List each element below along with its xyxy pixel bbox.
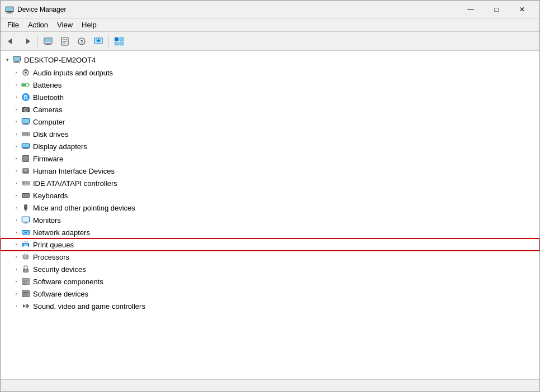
menu-action[interactable]: Action [23, 20, 53, 30]
item-label: Cameras [33, 106, 63, 114]
svg-rect-9 [45, 44, 51, 45]
tree-item[interactable]: › Print queues [1, 238, 539, 251]
menu-file[interactable]: File [3, 20, 23, 30]
svg-marker-115 [23, 304, 26, 308]
tree-item[interactable]: › Cameras [1, 103, 539, 116]
svg-rect-70 [28, 194, 29, 195]
item-expander[interactable]: › [12, 302, 21, 310]
item-expander[interactable]: › [12, 93, 21, 102]
tree-item[interactable]: › Sound, video and game controllers [1, 300, 539, 312]
update-driver-button[interactable] [91, 34, 106, 49]
toolbar-separator-2 [108, 35, 109, 47]
svg-rect-69 [26, 194, 27, 195]
item-expander[interactable]: › [12, 191, 21, 200]
window-controls: — □ ✕ [458, 1, 535, 18]
menu-help[interactable]: Help [77, 20, 101, 30]
item-label: Software components [33, 278, 103, 286]
item-label: Firmware [33, 155, 63, 163]
item-icon [21, 276, 31, 286]
root-computer-icon [12, 55, 22, 65]
item-label: Computer [33, 118, 65, 126]
svg-rect-21 [120, 37, 124, 41]
maximize-button[interactable]: □ [484, 1, 509, 18]
item-label: Keyboards [33, 192, 68, 200]
tree-item[interactable]: › Display adapters [1, 140, 539, 152]
item-expander[interactable]: › [12, 80, 21, 89]
item-expander[interactable]: › [12, 289, 21, 298]
status-bar [1, 379, 539, 391]
item-expander[interactable]: › [12, 228, 21, 237]
item-expander[interactable]: › [12, 68, 21, 77]
item-icon [21, 215, 31, 225]
display-by-type-button[interactable] [111, 34, 127, 49]
item-icon [21, 104, 31, 114]
tree-item[interactable]: › IDE ATA/ATAPI controllers [1, 177, 539, 189]
svg-rect-42 [22, 124, 29, 125]
svg-rect-91 [23, 246, 28, 247]
item-label: Sound, video and game controllers [33, 302, 145, 310]
tree-item[interactable]: › Audio inputs and outputs [1, 66, 539, 79]
item-label: Mice and other pointing devices [33, 204, 135, 212]
item-expander[interactable]: › [12, 203, 21, 212]
svg-rect-72 [25, 196, 27, 197]
tree-item[interactable]: › Disk drives [1, 128, 539, 140]
tree-item[interactable]: › Batteries [1, 79, 539, 91]
tree-item[interactable]: › Processors [1, 251, 539, 263]
item-expander[interactable]: › [12, 216, 21, 224]
item-expander[interactable]: › [12, 265, 21, 274]
scan-button[interactable] [40, 34, 56, 49]
properties-button[interactable] [57, 34, 73, 49]
root-item[interactable]: ▾ DESKTOP-EM2OOT4 [1, 53, 539, 66]
tree-item[interactable]: › Software components [1, 275, 539, 288]
item-expander[interactable]: › [12, 179, 21, 188]
item-expander[interactable]: › [12, 166, 21, 175]
item-expander[interactable]: › [12, 105, 21, 114]
svg-rect-113 [23, 292, 29, 293]
tree-item[interactable]: › B Bluetooth [1, 91, 539, 103]
item-expander[interactable]: › [12, 117, 21, 126]
svg-rect-7 [45, 39, 51, 42]
back-icon [6, 37, 15, 46]
properties-icon [60, 37, 69, 46]
item-icon [21, 80, 31, 90]
svg-rect-40 [22, 119, 29, 123]
item-expander[interactable]: › [12, 142, 21, 151]
tree-item[interactable]: › Firmware [1, 152, 539, 165]
item-icon [21, 68, 31, 78]
tree-item[interactable]: › Security devices [1, 263, 539, 275]
tree-item[interactable]: › Human Interface Devices [1, 165, 539, 177]
tree-item[interactable]: › Computer [1, 116, 539, 128]
svg-point-58 [23, 172, 25, 173]
svg-rect-73 [27, 196, 29, 197]
svg-point-60 [27, 172, 28, 173]
item-icon [21, 301, 31, 311]
tree-item[interactable]: › Mice and other pointing devices [1, 202, 539, 214]
minimize-button[interactable]: — [458, 1, 484, 18]
item-expander[interactable]: › [12, 130, 21, 138]
tree-item[interactable]: › Monitors [1, 214, 539, 226]
back-button[interactable] [3, 34, 18, 49]
forward-button[interactable] [20, 34, 35, 49]
svg-marker-4 [8, 39, 12, 44]
display-type-icon [114, 37, 124, 46]
toolbar-separator-1 [37, 35, 38, 47]
svg-rect-79 [22, 217, 29, 222]
item-label: Batteries [33, 81, 61, 89]
item-expander[interactable]: › [12, 154, 21, 163]
item-label: Monitors [33, 216, 61, 224]
item-expander[interactable]: › [12, 252, 21, 261]
item-icon [21, 190, 31, 200]
tree-item[interactable]: › Software devices [1, 288, 539, 300]
svg-point-84 [23, 233, 24, 235]
item-expander[interactable]: › [12, 277, 21, 286]
tree-item[interactable]: › Network adapters [1, 226, 539, 238]
menu-bar: File Action View Help [1, 18, 539, 32]
menu-view[interactable]: View [53, 20, 77, 30]
item-expander[interactable]: › [12, 240, 21, 249]
close-button[interactable]: ✕ [509, 1, 535, 18]
root-expander[interactable]: ▾ [3, 55, 12, 64]
tree-item[interactable]: › Keyboards [1, 189, 539, 202]
device-tree[interactable]: ▾ DESKTOP-EM2OOT4 › Audio inputs [1, 51, 539, 379]
help-button[interactable]: ? [74, 34, 89, 49]
svg-rect-48 [22, 144, 29, 147]
